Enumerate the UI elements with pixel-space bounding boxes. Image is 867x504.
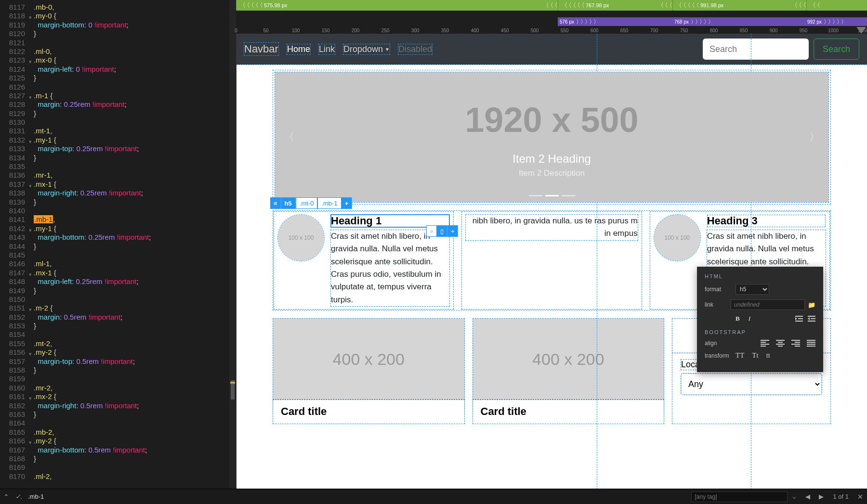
lowercase-button[interactable]: tt <box>766 351 770 360</box>
carousel-placeholder: 1920 x 500 <box>465 100 638 140</box>
prev-result-icon[interactable]: ◀ <box>801 493 814 500</box>
col-add-icon[interactable]: + <box>447 225 458 237</box>
nav-link-disabled: Disabled <box>398 44 432 54</box>
italic-button[interactable]: I <box>749 315 750 323</box>
card-image: 400 x 200 <box>473 319 664 400</box>
col-shrink-icon[interactable]: ▫ <box>426 225 437 237</box>
navbar-search-input[interactable] <box>703 39 809 60</box>
transform-label: transform <box>705 352 736 359</box>
selection-menu-icon[interactable]: ≡ <box>270 197 281 209</box>
card-title: Card title <box>473 400 664 424</box>
feature-card[interactable]: 100 x 100 Heading 1 ≡ h5 .mt-0 .mb-1 + ▫ <box>274 212 453 309</box>
feature-text: Cras sit amet nibh libero, in gravida nu… <box>331 230 449 306</box>
capitalize-button[interactable]: Tt <box>752 351 758 360</box>
image-card[interactable]: 400 x 200 Card title <box>473 319 664 424</box>
search-footer: ⌃ ✓. ⌵ ◀ ▶ 1 of 1 ✕ <box>0 489 867 504</box>
popover-section-bootstrap: BOOTSTRAP <box>705 329 815 335</box>
carousel-heading: Item 2 Heading <box>512 152 591 166</box>
svg-marker-3 <box>795 317 797 320</box>
feature-heading[interactable]: Heading 3 <box>707 215 826 227</box>
carousel-next-icon[interactable]: 〉 <box>804 125 825 149</box>
regex-toggle-icon[interactable]: ✓. <box>13 493 25 500</box>
navbar-search-button[interactable]: Search <box>814 39 859 60</box>
outdent-icon[interactable] <box>795 315 803 322</box>
align-center-icon[interactable] <box>776 340 785 347</box>
tag-filter-input[interactable] <box>691 491 788 502</box>
uppercase-button[interactable]: TT <box>736 351 744 360</box>
feature-card[interactable]: nibh libero, in gravida nulla. us te ras… <box>462 212 641 309</box>
selection-class[interactable]: .mt-0 <box>296 197 318 209</box>
selection-tag[interactable]: h5 <box>281 197 296 209</box>
close-search-icon[interactable]: ✕ <box>854 493 867 501</box>
carousel-indicators[interactable] <box>529 195 575 196</box>
next-result-icon[interactable]: ▶ <box>814 493 828 500</box>
image-card[interactable]: 400 x 200 Card title <box>273 319 464 424</box>
preview-navbar: Navbar Home Link Dropdown▼ Disabled Sear… <box>236 34 867 65</box>
folder-icon[interactable]: 📁 <box>808 301 815 309</box>
carousel-container: 1920 x 500 Item 2 Heading Item 2 Descrip… <box>273 70 830 204</box>
align-justify-icon[interactable] <box>807 340 815 347</box>
svg-marker-7 <box>808 317 810 320</box>
align-left-icon[interactable] <box>761 340 769 347</box>
search-expand-icon[interactable]: ⌃ <box>0 493 13 501</box>
chevron-down-icon: ▼ <box>385 47 390 52</box>
nav-link-link[interactable]: Link <box>319 44 335 54</box>
bold-button[interactable]: B <box>736 315 740 323</box>
code-editor[interactable]: 8117.mb-0,8118▾.my-0 {8119 margin-bottom… <box>0 0 236 504</box>
carousel[interactable]: 1920 x 500 Item 2 Heading Item 2 Descrip… <box>275 72 828 202</box>
align-right-icon[interactable] <box>791 340 800 347</box>
search-dropdown-icon[interactable]: ⌵ <box>788 493 801 500</box>
properties-popover[interactable]: HTML format h5 link 📁 B I <box>697 267 823 372</box>
format-label: format <box>705 286 736 293</box>
nav-link-dropdown[interactable]: Dropdown▼ <box>343 44 390 54</box>
feature-text: nibh libero, in gravida nulla. us te ras… <box>466 215 637 240</box>
link-input[interactable] <box>731 299 805 310</box>
carousel-prev-icon[interactable]: 〈 <box>279 125 299 149</box>
selection-add-class[interactable]: + <box>342 197 353 209</box>
search-result-count: 1 of 1 <box>828 493 854 500</box>
design-canvas: 〈〈〈〈〈575.98 px〈〈〈〈〈〈〈〈767.98 px〈〈〈〈〈〈〈〈9… <box>236 0 867 504</box>
format-select[interactable]: h5 <box>736 284 769 295</box>
viewport-resize-handle[interactable] <box>856 27 866 34</box>
indent-icon[interactable] <box>808 315 815 322</box>
feature-image: 100 x 100 <box>654 215 700 261</box>
navbar-brand[interactable]: Navbar <box>244 43 278 55</box>
selection-class[interactable]: .mb-1 <box>317 197 341 209</box>
nav-link-home[interactable]: Home <box>287 44 310 54</box>
popover-section-html: HTML <box>705 273 815 279</box>
col-grow-icon[interactable]: ▯ <box>437 225 447 237</box>
align-label: align <box>705 340 736 347</box>
column-controls[interactable]: ▫ ▯ + <box>426 225 458 237</box>
card-image: 400 x 200 <box>273 319 464 400</box>
editor-scrollbar[interactable] <box>229 0 236 489</box>
carousel-description: Item 2 Description <box>519 168 585 178</box>
selection-breadcrumb[interactable]: ≡ h5 .mt-0 .mb-1 + <box>270 197 352 209</box>
search-input[interactable] <box>25 492 247 501</box>
breakpoint-bar[interactable]: 〈〈〈〈〈575.98 px〈〈〈〈〈〈〈〈767.98 px〈〈〈〈〈〈〈〈9… <box>236 0 867 34</box>
location-select[interactable]: Any <box>681 374 822 395</box>
link-label: link <box>705 301 731 308</box>
card-title: Card title <box>273 400 464 424</box>
feature-image: 100 x 100 <box>278 215 324 261</box>
